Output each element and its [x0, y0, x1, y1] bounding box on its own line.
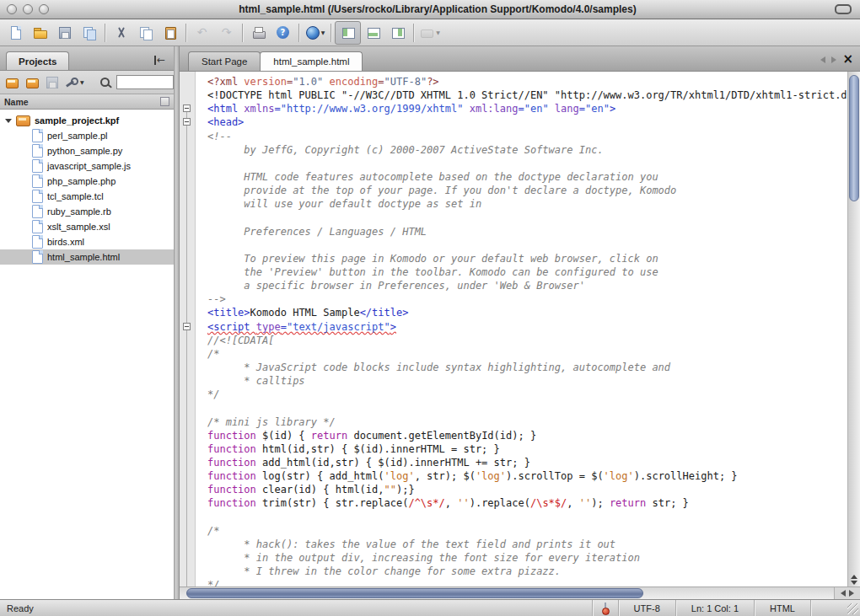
- code-line: /*: [207, 347, 847, 361]
- file-icon: [32, 129, 43, 142]
- tree-item-html-sample-html[interactable]: html_sample.html: [0, 249, 174, 265]
- code-line: //<![CDATA[: [207, 334, 847, 347]
- minimize-window-button[interactable]: [23, 4, 33, 14]
- code-content[interactable]: <?xml version="1.0" encoding="UTF-8"?><!…: [196, 72, 847, 587]
- project-tools-button[interactable]: ▼: [63, 73, 84, 92]
- vertical-scroll-arrows[interactable]: [848, 575, 860, 585]
- code-line: function clear(id) { html(id,"");}: [207, 483, 847, 496]
- code-line: <!DOCTYPE html PUBLIC "-//W3C//DTD XHTML…: [207, 88, 847, 102]
- undo-button[interactable]: ↶: [190, 22, 214, 44]
- toolbar-separator: [105, 24, 105, 42]
- collapse-pane-icon[interactable]: ←: [154, 56, 165, 65]
- toggle-left-pane-button[interactable]: [335, 21, 361, 45]
- file-icon: [32, 220, 43, 233]
- horizontal-scroll-arrows[interactable]: [834, 587, 860, 599]
- fold-marker-icon[interactable]: [183, 323, 191, 330]
- column-picker-icon[interactable]: [160, 97, 169, 106]
- preview-in-browser-button[interactable]: ▼: [303, 22, 327, 44]
- tree-column-header[interactable]: Name: [0, 94, 174, 110]
- file-icon: [32, 174, 43, 188]
- editor-area: Start Pagehtml_sample.html × <?xml versi…: [180, 46, 860, 599]
- tree-item-ruby-sample-rb[interactable]: ruby_sample.rb: [0, 204, 174, 219]
- zoom-window-button[interactable]: [39, 4, 49, 14]
- toggle-bottom-pane-button[interactable]: [361, 22, 385, 44]
- code-line: /*: [207, 524, 847, 538]
- tree-item-xslt-sample-xsl[interactable]: xslt_sample.xsl: [0, 219, 174, 234]
- tab-scroll-right-icon[interactable]: [831, 51, 836, 67]
- project-search-input[interactable]: [116, 75, 174, 89]
- status-message: Ready: [7, 603, 592, 613]
- dropdown-arrow-icon: ▼: [436, 29, 440, 35]
- code-line: function html(id,str) { $(id).innerHTML …: [207, 442, 847, 456]
- project-open-icon: [4, 75, 19, 90]
- pane-left-icon: [341, 25, 356, 40]
- horizontal-scrollbar-thumb[interactable]: [186, 588, 643, 598]
- fold-marker-icon[interactable]: [183, 118, 191, 126]
- fold-gutter[interactable]: [180, 72, 196, 587]
- tree-item-sample-project-kpf[interactable]: sample_project.kpf: [0, 113, 174, 128]
- cursor-position: Ln: 1 Col: 1: [676, 603, 754, 613]
- tab-projects[interactable]: Projects: [6, 51, 69, 70]
- dropdown-arrow-icon: ▼: [80, 79, 84, 85]
- projects-tab-label: Projects: [19, 56, 56, 67]
- code-line: * I threw in the color change for some e…: [207, 565, 847, 578]
- print-button[interactable]: [246, 22, 271, 44]
- editor-tab-start-page[interactable]: Start Page: [188, 51, 261, 71]
- toggle-right-pane-button[interactable]: [385, 22, 410, 44]
- paste-button[interactable]: [158, 22, 182, 44]
- code-line: -->: [207, 292, 847, 306]
- tree-item-javascript-sample-js[interactable]: javascript_sample.js: [0, 158, 174, 174]
- tab-label: html_sample.html: [273, 56, 349, 67]
- tree-item-perl-sample-pl[interactable]: perl_sample.pl: [0, 128, 174, 143]
- file-icon: [32, 235, 43, 249]
- tree-item-tcl-sample-tcl[interactable]: tcl_sample.tcl: [0, 189, 174, 204]
- tree-item-python-sample-py[interactable]: python_sample.py: [0, 143, 174, 158]
- open-file-button[interactable]: [28, 22, 52, 44]
- save-button[interactable]: [52, 22, 77, 44]
- print-icon: [251, 25, 266, 40]
- toolbar-toggle-button[interactable]: [835, 4, 852, 14]
- fold-marker-icon[interactable]: [183, 104, 191, 112]
- language-indicator[interactable]: HTML: [755, 603, 810, 613]
- new-file-button[interactable]: [3, 22, 28, 44]
- redo-icon: ↷: [219, 25, 234, 40]
- import-project-button[interactable]: [23, 73, 40, 92]
- vertical-scrollbar[interactable]: [847, 72, 860, 587]
- resize-grip[interactable]: [847, 603, 858, 614]
- main-toolbar: ↶↷?▼▼: [0, 19, 860, 46]
- toolbar-separator: [331, 24, 331, 42]
- close-tab-button[interactable]: ×: [842, 53, 853, 65]
- save-project-button[interactable]: [43, 73, 61, 92]
- generic-drop-icon: [419, 25, 434, 40]
- redo-button[interactable]: ↷: [214, 22, 239, 44]
- syntax-status-icon[interactable]: [605, 603, 606, 614]
- code-line: function trim(str) { str.replace(/^\s*/,…: [207, 496, 847, 510]
- open-files-dropdown[interactable]: ▼: [417, 22, 442, 44]
- vertical-scrollbar-thumb[interactable]: [849, 75, 859, 201]
- encoding-indicator[interactable]: UTF-8: [619, 603, 675, 613]
- save-icon: [45, 75, 60, 90]
- help-button[interactable]: ?: [271, 22, 295, 44]
- code-line: [207, 157, 847, 170]
- tree-item-birds-xml[interactable]: birds.xml: [0, 234, 174, 249]
- disclosure-triangle-icon[interactable]: [5, 119, 12, 123]
- copy-button[interactable]: [133, 22, 158, 44]
- horizontal-scrollbar[interactable]: [180, 587, 834, 599]
- editor-tab-html-sample-html[interactable]: html_sample.html: [260, 51, 363, 71]
- cut-button[interactable]: [109, 22, 133, 44]
- save-all-button[interactable]: [77, 22, 101, 44]
- editor[interactable]: <?xml version="1.0" encoding="UTF-8"?><!…: [180, 72, 860, 587]
- file-icon: [32, 159, 43, 173]
- file-icon: [32, 190, 43, 203]
- code-line: function log(str) { add_html('log', str)…: [207, 469, 847, 483]
- close-window-button[interactable]: [7, 4, 17, 14]
- code-line: [207, 238, 847, 252]
- tree-item-php-sample-php[interactable]: php_sample.php: [0, 174, 174, 189]
- open-project-button[interactable]: [3, 73, 20, 92]
- title-bar[interactable]: html_sample.html (/Users/rocko/Library/A…: [0, 0, 860, 19]
- pane-right-icon: [390, 25, 406, 40]
- pane-splitter[interactable]: [174, 46, 180, 599]
- tab-scroll-left-icon[interactable]: [820, 51, 825, 67]
- undo-icon: ↶: [195, 25, 210, 40]
- tab-controls: ×: [820, 51, 853, 67]
